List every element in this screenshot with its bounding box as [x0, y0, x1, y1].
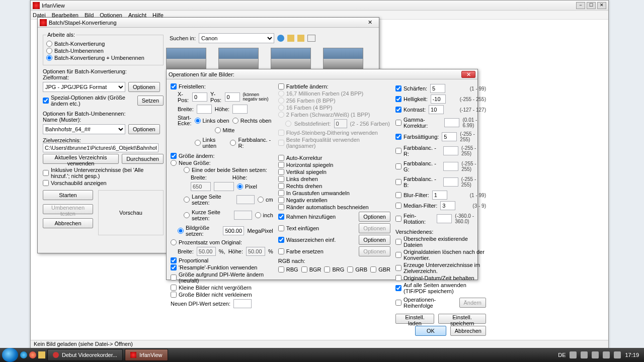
go-icon[interactable]: [277, 35, 284, 42]
contrast-input[interactable]: [429, 105, 444, 114]
ypos-input[interactable]: [225, 93, 240, 102]
maximize-button[interactable]: ☐: [587, 2, 596, 9]
saturation-checkbox[interactable]: [395, 134, 401, 140]
crop-width-input[interactable]: [197, 105, 212, 114]
task-irfanview[interactable]: IrfanView: [125, 349, 168, 361]
tray-icon[interactable]: [603, 351, 610, 358]
include-subdirs-checkbox[interactable]: [43, 170, 49, 176]
ops-titlebar[interactable]: Operationen für alle Bilder: ✕: [167, 69, 477, 79]
rgb-gbr-checkbox[interactable]: [370, 266, 376, 273]
finerot-input[interactable]: [437, 214, 452, 223]
mode-both-radio[interactable]: [46, 55, 52, 61]
mode-conv-radio[interactable]: [46, 41, 52, 47]
op-order-checkbox[interactable]: [395, 300, 401, 306]
watermark-options-button[interactable]: Optionen: [359, 235, 390, 245]
explorer-icon[interactable]: [38, 351, 45, 358]
rgb-bgr-checkbox[interactable]: [301, 266, 307, 273]
crop-height-input[interactable]: [232, 105, 248, 114]
resize-height-input[interactable]: [214, 182, 234, 191]
color-depth-checkbox[interactable]: [278, 83, 284, 89]
name-template-select[interactable]: Bahnhofstr_64_##: [43, 124, 125, 134]
rgb-brg-checkbox[interactable]: [324, 266, 330, 273]
replace-color-checkbox[interactable]: [278, 248, 284, 254]
unit-pixel-radio[interactable]: [237, 184, 243, 190]
percent-radio[interactable]: [171, 239, 177, 245]
tray-icon[interactable]: [570, 351, 577, 358]
close-button[interactable]: ✕: [597, 2, 606, 9]
rgb-rbg-checkbox[interactable]: [278, 266, 284, 273]
corner-bl-radio[interactable]: [195, 140, 201, 146]
all-pages-checkbox[interactable]: [395, 285, 401, 291]
target-format-select[interactable]: JPG - JPG/JPEG Format: [43, 82, 125, 92]
no-shrink-checkbox[interactable]: [171, 292, 177, 298]
thumbnail[interactable]: [166, 48, 206, 72]
long-side-input[interactable]: [236, 195, 255, 204]
firefox-icon[interactable]: [29, 351, 36, 358]
mode-ren-radio[interactable]: [46, 48, 52, 54]
frame-options-button[interactable]: Optionen: [359, 212, 390, 222]
flip-v-checkbox[interactable]: [278, 169, 284, 175]
pct-height-input[interactable]: [246, 247, 265, 256]
show-preview-checkbox[interactable]: [43, 180, 49, 186]
set-options-button[interactable]: Setzen: [137, 96, 164, 106]
view-menu-icon[interactable]: [307, 35, 315, 42]
gamma-checkbox[interactable]: [395, 120, 401, 126]
frame-checkbox[interactable]: [278, 214, 284, 220]
save-settings-button[interactable]: Einstell. speichern: [438, 314, 486, 324]
rotate-left-checkbox[interactable]: [278, 176, 284, 182]
rename-options-button[interactable]: Optionen: [128, 124, 160, 134]
tray-icon[interactable]: [592, 351, 599, 358]
delete-orig-checkbox[interactable]: [395, 252, 401, 258]
load-settings-button[interactable]: Einstell. laden: [395, 314, 434, 324]
look-in-select[interactable]: Canon: [199, 33, 274, 43]
batch-close-button[interactable]: ✕: [363, 19, 377, 26]
no-enlarge-checkbox[interactable]: [171, 285, 177, 291]
sharpen-checkbox[interactable]: [395, 85, 401, 92]
special-options-checkbox[interactable]: [43, 98, 49, 104]
batch-cancel-button[interactable]: Abbrechen: [43, 218, 93, 228]
thumbnail[interactable]: [271, 48, 311, 72]
blur-checkbox[interactable]: [395, 192, 401, 198]
rotate-right-checkbox[interactable]: [278, 183, 284, 189]
balance-r-input[interactable]: [443, 146, 458, 155]
ops-cancel-button[interactable]: Abbrechen: [450, 326, 486, 336]
resize-width-input[interactable]: [191, 182, 211, 191]
ie-icon[interactable]: [20, 351, 27, 358]
resize-checkbox[interactable]: [171, 153, 177, 159]
up-folder-icon[interactable]: [287, 35, 294, 42]
start-button[interactable]: [2, 348, 18, 362]
thumbnail[interactable]: [218, 48, 259, 72]
use-current-dir-button[interactable]: Aktuelles Verzeichnis verwenden: [43, 154, 119, 164]
format-options-button[interactable]: Optionen: [128, 82, 160, 92]
tray-icon[interactable]: [581, 351, 588, 358]
xpos-input[interactable]: [192, 93, 207, 102]
main-titlebar[interactable]: IrfanView − ☐ ✕: [31, 1, 608, 11]
blur-input[interactable]: [432, 191, 447, 200]
balance-b-checkbox[interactable]: [395, 179, 401, 185]
corner-br-radio[interactable]: [230, 140, 236, 146]
crop-checkbox[interactable]: [171, 83, 177, 89]
balance-g-input[interactable]: [443, 162, 458, 171]
ok-button[interactable]: OK: [415, 326, 446, 336]
saturation-input[interactable]: [442, 132, 457, 141]
rgb-grb-checkbox[interactable]: [347, 266, 353, 273]
thumbnail[interactable]: [323, 48, 363, 72]
imgsize-radio[interactable]: [178, 228, 184, 234]
unit-cm-radio[interactable]: [258, 197, 264, 203]
new-dpi-input[interactable]: [233, 299, 252, 308]
autocrop-checkbox[interactable]: [278, 204, 284, 210]
unit-inch-radio[interactable]: [255, 212, 261, 218]
pct-width-input[interactable]: [197, 247, 216, 256]
dpi-resize-checkbox[interactable]: [171, 275, 177, 281]
balance-r-checkbox[interactable]: [395, 148, 401, 154]
new-folder-icon[interactable]: [297, 35, 304, 42]
median-checkbox[interactable]: [395, 203, 401, 209]
test-rename-button[interactable]: Umbenennen testen: [43, 204, 93, 214]
long-side-radio[interactable]: [184, 197, 190, 203]
gamma-input[interactable]: [444, 118, 459, 127]
minimize-button[interactable]: −: [576, 2, 585, 9]
finerot-checkbox[interactable]: [395, 216, 401, 222]
target-dir-input[interactable]: [43, 143, 158, 152]
balance-g-checkbox[interactable]: [395, 163, 401, 169]
corner-tr-radio[interactable]: [232, 118, 238, 124]
